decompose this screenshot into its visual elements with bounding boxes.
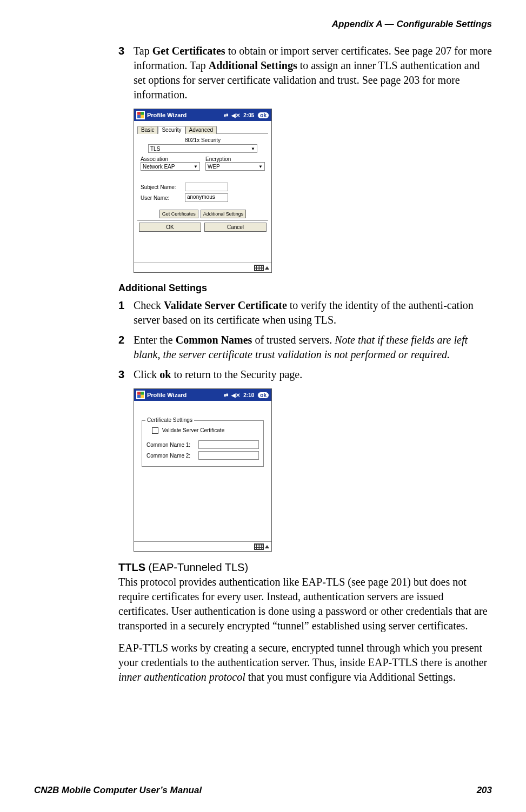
text: Enter the — [134, 334, 176, 346]
up-arrow-icon[interactable] — [265, 545, 269, 548]
additional-settings-button[interactable]: Additional Settings — [201, 210, 247, 218]
association-dropdown[interactable]: Network EAP ▼ — [141, 162, 200, 171]
sip-bar — [134, 263, 271, 272]
dropdown-value: Network EAP — [143, 164, 175, 170]
user-name-input[interactable]: anonymous — [185, 193, 228, 202]
subject-name-input[interactable] — [185, 183, 228, 191]
security-dropdown[interactable]: TLS ▼ — [148, 144, 257, 153]
common-name-1-input[interactable] — [198, 440, 259, 449]
dropdown-value: WEP — [208, 164, 220, 170]
text: Click — [134, 368, 159, 380]
speaker-icon: ◀✕ — [231, 392, 240, 398]
validate-checkbox[interactable] — [152, 427, 158, 434]
bold-text: ok — [159, 368, 171, 380]
step-number: 1 — [118, 298, 134, 327]
windows-flag-icon — [136, 111, 145, 119]
step-body: Tap Get Certificates to obtain or import… — [134, 44, 492, 102]
bold-text: Validate Server Certificate — [164, 299, 287, 311]
text: that you must configure via Additional S… — [245, 671, 456, 683]
step-number: 2 — [118, 333, 134, 362]
validate-label: Validate Server Certificate — [162, 427, 224, 433]
step-2: 2 Enter the Common Names of trusted serv… — [118, 333, 492, 362]
encryption-label: Encryption — [205, 156, 265, 162]
step-3b: 3 Click ok to return to the Security pag… — [118, 367, 492, 382]
tab-basic[interactable]: Basic — [137, 126, 158, 134]
titlebar: Profile Wizard ⇄ ◀✕ 2:05 ok — [134, 109, 271, 121]
text: Check — [134, 299, 164, 311]
encryption-dropdown[interactable]: WEP ▼ — [205, 162, 265, 171]
subject-name-label: Subject Name: — [141, 184, 182, 190]
chevron-down-icon: ▼ — [258, 164, 263, 169]
step-1: 1 Check Validate Server Certificate to v… — [118, 298, 492, 327]
windows-flag-icon — [136, 391, 145, 399]
step-number: 3 — [118, 44, 134, 102]
titlebar: Profile Wizard ⇄ ◀✕ 2:10 ok — [134, 389, 271, 401]
validate-row: Validate Server Certificate — [147, 426, 259, 438]
association-label: Association — [141, 156, 200, 162]
italic-text: inner authentication protocol — [118, 671, 245, 683]
running-header: Appendix A — Configurable Settings — [34, 19, 492, 30]
group-legend: Certificate Settings — [145, 417, 194, 423]
up-arrow-icon[interactable] — [265, 266, 269, 270]
common-name-2-label: Common Name 2: — [147, 453, 195, 459]
tab-security[interactable]: Security — [158, 126, 185, 134]
speaker-icon: ◀✕ — [231, 112, 240, 118]
bold-text: Additional Settings — [209, 59, 297, 71]
certificate-settings-group: Certificate Settings Validate Server Cer… — [142, 420, 264, 467]
keyboard-icon[interactable] — [254, 265, 264, 271]
heading-rest: (EAP-Tunneled TLS) — [145, 561, 248, 573]
additional-settings-heading: Additional Settings — [118, 283, 492, 294]
window-title: Profile Wizard — [147, 112, 222, 118]
heading-bold: TTLS — [118, 561, 145, 573]
step-body: Click ok to return to the Security page. — [134, 367, 492, 382]
security-label: 8021x Security — [137, 137, 268, 143]
page-number: 203 — [477, 785, 492, 796]
ttls-paragraph-2: EAP-TTLS works by creating a secure, enc… — [118, 641, 492, 685]
step-body: Check Validate Server Certificate to ver… — [134, 298, 492, 327]
connectivity-icon: ⇄ — [224, 392, 228, 398]
clock: 2:10 — [243, 392, 254, 398]
get-certificates-button[interactable]: Get Certificates — [159, 210, 198, 218]
step-body: Enter the Common Names of trusted server… — [134, 333, 492, 362]
connectivity-icon: ⇄ — [224, 112, 228, 118]
step-3: 3 Tap Get Certificates to obtain or impo… — [118, 44, 492, 102]
chevron-down-icon: ▼ — [251, 146, 255, 151]
sip-bar — [134, 541, 271, 551]
status-icons: ⇄ ◀✕ 2:10 ok — [224, 392, 269, 399]
chevron-down-icon: ▼ — [194, 164, 198, 169]
bold-text: Get Certificates — [152, 45, 225, 57]
common-name-1-label: Common Name 1: — [147, 442, 195, 448]
user-name-label: User Name: — [141, 195, 182, 201]
clock: 2:05 — [243, 112, 254, 118]
step-number: 3 — [118, 367, 134, 382]
ok-button[interactable]: ok — [257, 112, 269, 119]
dropdown-value: TLS — [150, 146, 160, 152]
ttls-paragraph-1: This protocol provides authentication li… — [118, 575, 492, 633]
ttls-heading: TTLS (EAP-Tunneled TLS) — [118, 561, 492, 574]
screenshot-certificate-settings: Profile Wizard ⇄ ◀✕ 2:10 ok Certificate … — [134, 388, 272, 552]
tabs: Basic Security Advanced — [137, 125, 268, 134]
screenshot-profile-wizard-security: Profile Wizard ⇄ ◀✕ 2:05 ok Basic Securi… — [134, 109, 272, 273]
text: to return to the Security page. — [171, 368, 302, 380]
keyboard-icon[interactable] — [254, 543, 264, 550]
text: Tap — [134, 45, 152, 57]
cancel-button[interactable]: Cancel — [204, 223, 267, 232]
text: EAP-TTLS works by creating a secure, enc… — [118, 642, 487, 668]
window-title: Profile Wizard — [147, 392, 222, 398]
bold-text: Common Names — [176, 334, 252, 346]
text: of trusted servers. — [252, 334, 335, 346]
tab-advanced[interactable]: Advanced — [185, 126, 217, 134]
ok-button[interactable]: OK — [139, 223, 201, 232]
footer-left: CN2B Mobile Computer User’s Manual — [34, 785, 202, 796]
ok-button[interactable]: ok — [257, 392, 269, 399]
status-icons: ⇄ ◀✕ 2:05 ok — [224, 112, 269, 119]
common-name-2-input[interactable] — [198, 451, 259, 460]
footer: CN2B Mobile Computer User’s Manual 203 — [34, 785, 492, 796]
